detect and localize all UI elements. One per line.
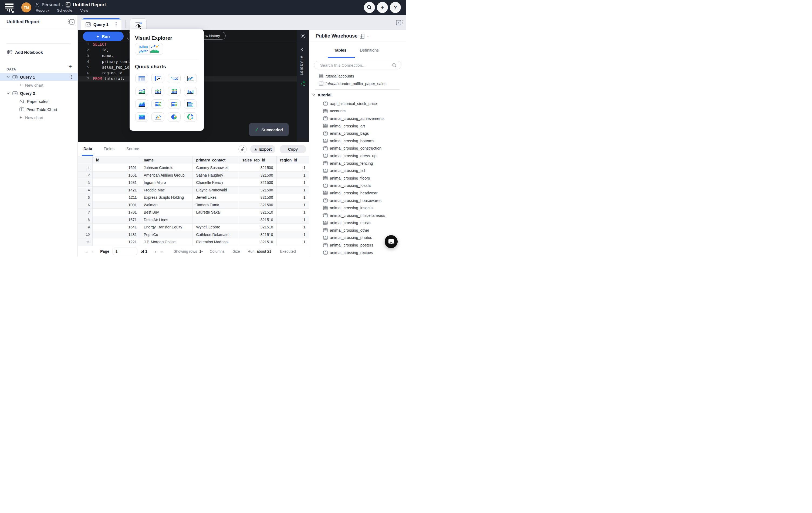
prev-page-button[interactable]: ‹ xyxy=(92,249,93,254)
cell-sales-rep-id[interactable]: 321510 xyxy=(239,231,277,238)
schema-table-item[interactable]: animal_crossing_fish xyxy=(309,167,406,174)
schema-table-item[interactable]: animal_crossing_construction xyxy=(309,145,406,152)
cell-name[interactable]: Ingram Micro xyxy=(140,179,193,187)
cell-sales-rep-id[interactable]: 321500 xyxy=(239,171,277,179)
cell-id[interactable]: 1631 xyxy=(92,179,140,187)
first-page-button[interactable]: « xyxy=(85,249,87,254)
page-number-input[interactable] xyxy=(113,248,137,255)
export-button[interactable]: Export xyxy=(250,145,276,153)
cell-sales-rep-id[interactable]: 321510 xyxy=(239,238,277,246)
share-link-button[interactable] xyxy=(238,145,247,153)
table-chart-icon[interactable] xyxy=(135,74,148,83)
sidebar-item-paper-sales[interactable]: 2 Paper sales xyxy=(0,97,78,105)
cell-primary-contact[interactable]: Cathleen Delamater xyxy=(193,231,239,238)
table-row[interactable]: 1 1691 Johnson Controls Cammy Sosnowski … xyxy=(78,164,309,172)
run-button[interactable]: ▶ Run xyxy=(83,32,124,41)
table-row[interactable]: 7 1701 Best Buy Laurette Sakai 321510 1 xyxy=(78,209,309,216)
chevron-left-icon[interactable] xyxy=(301,48,303,51)
cell-name[interactable]: Express Scripts Holding xyxy=(140,194,193,201)
schema-table-item[interactable]: animal_crossing_art xyxy=(309,122,406,130)
schema-table-item[interactable]: animal_crossing_bags xyxy=(309,130,406,137)
cell-sales-rep-id[interactable]: 321510 xyxy=(239,216,277,224)
stacked-area-chart-icon[interactable] xyxy=(135,99,148,109)
cell-region-id[interactable]: 1 xyxy=(277,179,309,187)
cell-primary-contact[interactable]: Wynell Lepore xyxy=(193,224,239,231)
breadcrumb-workspace[interactable]: Personal xyxy=(41,2,60,7)
visual-explorer-button[interactable] xyxy=(135,43,163,55)
menu-schedule[interactable]: Schedule xyxy=(57,8,72,12)
cell-id[interactable]: 1211 xyxy=(92,194,140,201)
sidebar-item-query-1[interactable]: Query 1 xyxy=(0,73,78,81)
cell-primary-contact[interactable]: Jewell Likes xyxy=(193,194,239,201)
cell-region-id[interactable]: 1 xyxy=(277,216,309,224)
column-header[interactable]: name xyxy=(140,156,193,164)
column-header[interactable]: primary_contact xyxy=(193,156,239,164)
cell-sales-rep-id[interactable]: 321500 xyxy=(239,194,277,201)
cell-id[interactable]: 1431 xyxy=(92,231,140,238)
cell-primary-contact[interactable]: Sasha Haughey xyxy=(193,171,239,179)
table-row[interactable]: 9 1641 Energy Transfer Equity Wynell Lep… xyxy=(78,224,309,231)
cell-name[interactable]: Walmart xyxy=(140,201,193,209)
h-bar-chart-icon[interactable] xyxy=(184,99,197,109)
cell-primary-contact[interactable]: Elayne Grunewald xyxy=(193,186,239,194)
kebab-menu-icon[interactable] xyxy=(116,22,117,26)
cell-id[interactable]: 1641 xyxy=(92,224,140,231)
size-label[interactable]: Size xyxy=(233,249,240,254)
schema-table-item[interactable]: animal_crossing_fencing xyxy=(309,160,406,167)
tab-tables[interactable]: Tables xyxy=(334,48,346,52)
tab-fields[interactable]: Fields xyxy=(104,146,114,151)
cell-region-id[interactable]: 1 xyxy=(277,171,309,179)
add-notebook-button[interactable]: Add Notebook xyxy=(0,48,78,56)
kebab-menu-icon[interactable] xyxy=(71,75,72,79)
cell-region-id[interactable]: 1 xyxy=(277,238,309,246)
column-header[interactable]: sales_rep_id xyxy=(239,156,277,164)
schema-table-item[interactable]: animal_crossing_floors xyxy=(309,174,406,182)
cell-region-id[interactable]: 1 xyxy=(277,186,309,194)
cell-name[interactable]: Freddie Mac xyxy=(140,186,193,194)
cell-sales-rep-id[interactable]: 321500 xyxy=(239,179,277,187)
stacked-bar-100-chart-icon[interactable] xyxy=(168,87,181,96)
schema-table-item[interactable]: animal_crossing_dress_up xyxy=(309,152,406,160)
chat-widget-button[interactable] xyxy=(385,235,398,248)
big-number-chart-icon[interactable]: 123 xyxy=(168,74,181,83)
tab-data[interactable]: Data xyxy=(83,146,92,151)
sidebar-item-query-2[interactable]: Query 2 xyxy=(0,89,78,97)
add-data-button[interactable]: + xyxy=(68,63,72,70)
cell-sales-rep-id[interactable]: 321500 xyxy=(239,186,277,194)
chevron-down-icon[interactable] xyxy=(6,92,10,94)
cell-region-id[interactable]: 1 xyxy=(277,164,309,172)
ai-sparkle-icon[interactable] xyxy=(300,81,306,87)
cell-primary-contact[interactable] xyxy=(193,216,239,224)
results-table[interactable]: id name primary_contact sales_rep_id reg… xyxy=(78,156,309,246)
table-row[interactable]: 5 1211 Express Scripts Holding Jewell Li… xyxy=(78,194,309,201)
chevron-down-icon[interactable] xyxy=(6,76,10,78)
search-button[interactable] xyxy=(364,2,375,13)
schema-table-item[interactable]: animal_crossing_miscellaneous xyxy=(309,212,406,219)
cell-id[interactable]: 1221 xyxy=(92,238,140,246)
area-100-chart-icon[interactable] xyxy=(135,112,148,122)
schema-table-item[interactable]: animal_crossing_other xyxy=(309,227,406,234)
table-row[interactable]: 10 1431 PepsiCo Cathleen Delamater 32151… xyxy=(78,231,309,238)
h-stacked-bar-100-chart-icon[interactable] xyxy=(168,99,181,109)
cell-name[interactable]: Energy Transfer Equity xyxy=(140,224,193,231)
sidebar-item-new-chart-2[interactable]: + New chart xyxy=(0,114,78,121)
cell-primary-contact[interactable]: Laurette Sakai xyxy=(193,209,239,216)
tab-source[interactable]: Source xyxy=(126,146,139,151)
next-page-button[interactable]: › xyxy=(155,249,156,254)
schema-table-item[interactable]: animal_crossing_headwear xyxy=(309,189,406,197)
recent-table-item[interactable]: tutorial.accounts xyxy=(309,73,406,80)
cell-primary-contact[interactable]: Cammy Sosnowski xyxy=(193,164,239,172)
table-row[interactable]: 6 1001 Walmart Tamara Tuma 321500 1 xyxy=(78,201,309,209)
sidebar-item-pivot-table-chart[interactable]: Pivot Table Chart xyxy=(0,106,78,113)
donut-chart-icon[interactable] xyxy=(184,112,197,122)
cell-id[interactable]: 1701 xyxy=(92,209,140,216)
stacked-bar-chart-icon[interactable] xyxy=(151,87,165,96)
cell-id[interactable]: 1691 xyxy=(92,164,140,172)
help-button[interactable]: ? xyxy=(390,2,401,13)
copy-button[interactable]: Copy xyxy=(280,145,306,153)
line-chart-icon[interactable] xyxy=(184,74,197,83)
bar-chart-icon[interactable] xyxy=(184,87,197,96)
pivot-table-chart-icon[interactable] xyxy=(151,74,165,83)
cell-primary-contact[interactable]: Florentino Madrigal xyxy=(193,238,239,246)
cell-region-id[interactable]: 1 xyxy=(277,224,309,231)
